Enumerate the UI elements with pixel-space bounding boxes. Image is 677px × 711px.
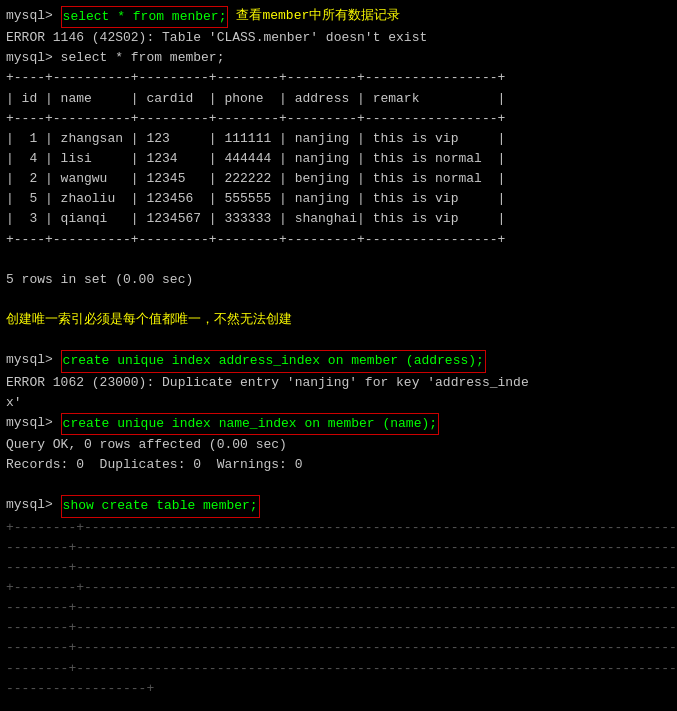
table-sep-top: +----+----------+---------+--------+----…	[6, 68, 671, 88]
dashed-5: --------+-------------------------------…	[6, 598, 671, 618]
error-text-1: ERROR 1146 (42S02): Table 'CLASS.menber'…	[6, 28, 427, 48]
row-5-text: | 3 | qianqi | 1234567 | 333333 | shangh…	[6, 209, 505, 229]
dashed-9-text: ------------------+	[6, 679, 154, 699]
dashed-1-text: +--------+------------------------------…	[6, 518, 677, 538]
prompt-cmd3: mysql>	[6, 413, 61, 435]
query-ok-text: Query OK, 0 rows affected (0.00 sec)	[6, 435, 287, 455]
dashed-3: --------+-------------------------------…	[6, 558, 671, 578]
dashed-1: +--------+------------------------------…	[6, 518, 671, 538]
table-row-4: | 5 | zhaoliu | 123456 | 555555 | nanjin…	[6, 189, 671, 209]
blank-1	[6, 250, 671, 270]
table-row-1: | 1 | zhangsan | 123 | 111111 | nanjing …	[6, 129, 671, 149]
table-row-3: | 2 | wangwu | 12345 | 222222 | benjing …	[6, 169, 671, 189]
dashed-8-text: --------+-------------------------------…	[6, 659, 677, 679]
line-1: mysql> select * from menber;查看member中所有数…	[6, 6, 671, 28]
blank-5	[6, 699, 671, 711]
line-error-2: ERROR 1062 (23000): Duplicate entry 'nan…	[6, 373, 671, 393]
row-1-text: | 1 | zhangsan | 123 | 111111 | nanjing …	[6, 129, 505, 149]
dashed-8: --------+-------------------------------…	[6, 659, 671, 679]
note-line: 创建唯一索引必须是每个值都唯一，不然无法创建	[6, 310, 671, 330]
prompt-cmd4: mysql>	[6, 495, 61, 517]
dashed-2-text: --------+-------------------------------…	[6, 538, 677, 558]
comment-1: 查看member中所有数据记录	[236, 6, 400, 28]
blank-4	[6, 475, 671, 495]
cmd-1: select * from menber;	[61, 6, 229, 28]
line-error-1: ERROR 1146 (42S02): Table 'CLASS.menber'…	[6, 28, 671, 48]
table-row-5: | 3 | qianqi | 1234567 | 333333 | shangh…	[6, 209, 671, 229]
header-text: | id | name | cardid | phone | address |…	[6, 89, 505, 109]
line-cmd2: mysql> create unique index address_index…	[6, 350, 671, 372]
note-text: 创建唯一索引必须是每个值都唯一，不然无法创建	[6, 310, 292, 330]
row-3-text: | 2 | wangwu | 12345 | 222222 | benjing …	[6, 169, 505, 189]
cmd-3: create unique index name_index on member…	[61, 413, 439, 435]
prompt-cmd2: mysql>	[6, 350, 61, 372]
error-text-2: ERROR 1062 (23000): Duplicate entry 'nan…	[6, 373, 529, 393]
rows-info: 5 rows in set (0.00 sec)	[6, 270, 671, 290]
blank-2	[6, 290, 671, 310]
sep-top-text: +----+----------+---------+--------+----…	[6, 68, 505, 88]
line-records: Records: 0 Duplicates: 0 Warnings: 0	[6, 455, 671, 475]
table-header-row: | id | name | cardid | phone | address |…	[6, 89, 671, 109]
terminal: mysql> select * from menber;查看member中所有数…	[0, 0, 677, 711]
error-text-2b: x'	[6, 393, 22, 413]
dashed-3-text: --------+-------------------------------…	[6, 558, 677, 578]
dashed-6: --------+-------------------------------…	[6, 618, 671, 638]
row-2-text: | 4 | lisi | 1234 | 444444 | nanjing | t…	[6, 149, 505, 169]
dashed-7: --------+-------------------------------…	[6, 638, 671, 658]
dashed-4-text: +--------+------------------------------…	[6, 578, 677, 598]
dashed-9: ------------------+	[6, 679, 671, 699]
table-sep-bottom: +----+----------+---------+--------+----…	[6, 230, 671, 250]
dashed-7-text: --------+-------------------------------…	[6, 638, 677, 658]
rows-info-text: 5 rows in set (0.00 sec)	[6, 270, 193, 290]
prompt-3: mysql> select * from member;	[6, 48, 224, 68]
table-row-2: | 4 | lisi | 1234 | 444444 | nanjing | t…	[6, 149, 671, 169]
table-sep-mid: +----+----------+---------+--------+----…	[6, 109, 671, 129]
line-query-ok: Query OK, 0 rows affected (0.00 sec)	[6, 435, 671, 455]
cmd-4: show create table member;	[61, 495, 260, 517]
cmd-2: create unique index address_index on mem…	[61, 350, 486, 372]
line-cmd3: mysql> create unique index name_index on…	[6, 413, 671, 435]
line-cmd4: mysql> show create table member;	[6, 495, 671, 517]
blank-3	[6, 330, 671, 350]
prompt-1: mysql>	[6, 6, 61, 28]
dashed-2: --------+-------------------------------…	[6, 538, 671, 558]
row-4-text: | 5 | zhaoliu | 123456 | 555555 | nanjin…	[6, 189, 505, 209]
sep-bottom-text: +----+----------+---------+--------+----…	[6, 230, 505, 250]
dashed-4: +--------+------------------------------…	[6, 578, 671, 598]
line-error-2b: x'	[6, 393, 671, 413]
dashed-5-text: --------+-------------------------------…	[6, 598, 677, 618]
dashed-6-text: --------+-------------------------------…	[6, 618, 677, 638]
records-text: Records: 0 Duplicates: 0 Warnings: 0	[6, 455, 302, 475]
line-3: mysql> select * from member;	[6, 48, 671, 68]
sep-mid-text: +----+----------+---------+--------+----…	[6, 109, 505, 129]
